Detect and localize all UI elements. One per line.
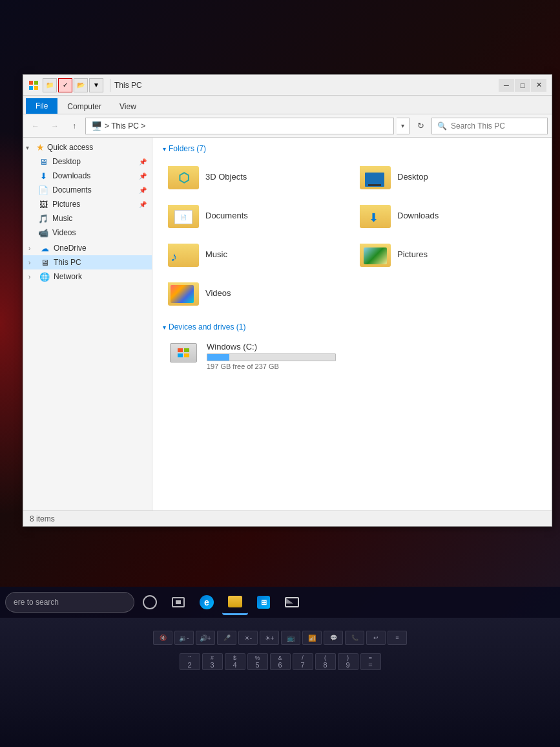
- taskbar: ere to search e ⊞: [0, 587, 560, 618]
- folder-videos[interactable]: Videos: [163, 276, 349, 310]
- folder-pictures[interactable]: Pictures: [355, 237, 541, 271]
- sidebar-item-onedrive[interactable]: › ☁ OneDrive: [23, 241, 152, 255]
- key-mic[interactable]: 🎤: [217, 631, 236, 645]
- forward-button[interactable]: →: [47, 118, 63, 134]
- key-2[interactable]: "2: [180, 653, 200, 670]
- sidebar-label-pictures: Pictures: [52, 200, 80, 209]
- sidebar-label-documents: Documents: [52, 185, 92, 195]
- folder-music-icon: ♪: [168, 241, 199, 267]
- maximize-button[interactable]: □: [515, 79, 530, 92]
- pin-icon-pictures: 📌: [139, 201, 147, 208]
- folders-header-text: Folders (7): [169, 144, 206, 153]
- tab-view[interactable]: View: [111, 99, 145, 114]
- drive-c-name: Windows (C:): [207, 342, 536, 352]
- taskbar-store-button[interactable]: ⊞: [251, 589, 276, 615]
- properties-button[interactable]: 📁: [43, 78, 57, 92]
- sidebar-item-documents[interactable]: 📄 Documents 📌: [23, 183, 152, 197]
- taskbar-mail-button[interactable]: [279, 589, 305, 615]
- search-input[interactable]: [451, 121, 548, 131]
- close-button[interactable]: ✕: [531, 79, 546, 92]
- key-brightness-down[interactable]: ☀-: [238, 631, 258, 645]
- key-menu[interactable]: ≡: [388, 631, 407, 645]
- key-brightness-up[interactable]: ☀+: [260, 631, 279, 645]
- sidebar-item-this-pc[interactable]: › 🖥 This PC: [23, 255, 152, 269]
- key-vol-up[interactable]: 🔊+: [196, 631, 215, 645]
- folder-desktop-label: Desktop: [397, 172, 428, 182]
- tab-computer[interactable]: Computer: [59, 99, 110, 114]
- taskbar-search-text: ere to search: [14, 598, 59, 607]
- refresh-button[interactable]: ↻: [412, 118, 429, 134]
- taskbar-task-view-button[interactable]: [165, 589, 191, 615]
- key-rf[interactable]: 📶: [302, 631, 322, 645]
- drive-c-info: Windows (C:) 197 GB free of 237 GB: [207, 342, 536, 370]
- minimize-button[interactable]: ─: [499, 79, 514, 92]
- key-mute[interactable]: 🔇: [153, 631, 172, 645]
- quick-access-toolbar: 📁 ✓ 📂 ▼: [43, 78, 103, 92]
- key-back[interactable]: ↩: [366, 631, 386, 645]
- folder-3d-label: 3D Objects: [205, 172, 247, 182]
- sidebar-item-quick-access[interactable]: ▾ ★ Quick access: [23, 140, 152, 154]
- window-title: This PC: [114, 81, 499, 90]
- sidebar-item-music[interactable]: 🎵 Music: [23, 211, 152, 226]
- drive-c-space: 197 GB free of 237 GB: [207, 363, 536, 370]
- sidebar-item-desktop[interactable]: 🖥 Desktop 📌: [23, 154, 152, 169]
- taskbar-search[interactable]: ere to search: [5, 592, 134, 613]
- new-folder-button[interactable]: 📂: [74, 78, 88, 92]
- sidebar-item-videos[interactable]: 📹 Videos: [23, 226, 152, 240]
- key-phone[interactable]: 📞: [345, 631, 364, 645]
- folder-downloads[interactable]: ⬇ Downloads: [355, 198, 541, 232]
- drive-c[interactable]: Windows (C:) 197 GB free of 237 GB: [163, 338, 541, 374]
- key-4[interactable]: $4: [225, 653, 245, 670]
- key-chat[interactable]: 💬: [324, 631, 343, 645]
- back-button[interactable]: ←: [27, 118, 44, 134]
- item-count: 8 items: [30, 514, 55, 523]
- key-6[interactable]: &6: [270, 653, 291, 670]
- key-9[interactable]: )9: [338, 653, 358, 670]
- downloads-icon: ⬇: [37, 171, 49, 181]
- folders-section-header[interactable]: ▾ Folders (7): [163, 144, 541, 153]
- undo-button[interactable]: ✓: [58, 78, 72, 92]
- taskbar-search-button[interactable]: [137, 589, 163, 615]
- laptop-keyboard-area: 🔇 🔉- 🔊+ 🎤 ☀- ☀+ 📺 📶 💬 📞 ↩ ≡ "2 #3 $4 %5 …: [0, 618, 560, 747]
- svg-rect-0: [29, 81, 33, 85]
- title-bar: 📁 ✓ 📂 ▼ This PC ─ □ ✕: [23, 75, 552, 96]
- folder-desktop[interactable]: Desktop: [355, 160, 541, 193]
- path-dropdown[interactable]: ▾: [397, 118, 410, 134]
- separator: [110, 79, 110, 92]
- folder-documents[interactable]: 📄 Documents: [163, 198, 349, 232]
- network-icon: 🌐: [39, 271, 50, 282]
- folder-pictures-icon: [360, 241, 391, 267]
- ribbon-tabs: File Computer View: [23, 96, 552, 114]
- sidebar-item-network[interactable]: › 🌐 Network: [23, 269, 152, 284]
- mail-icon: [285, 597, 299, 607]
- star-icon: ★: [36, 142, 45, 153]
- sidebar-item-downloads[interactable]: ⬇ Downloads 📌: [23, 169, 152, 183]
- folder-downloads-icon: ⬇: [360, 202, 391, 228]
- tab-file[interactable]: File: [26, 98, 57, 114]
- key-3[interactable]: #3: [202, 653, 223, 670]
- key-vol-down[interactable]: 🔉-: [174, 631, 194, 645]
- up-button[interactable]: ↑: [66, 118, 83, 134]
- onedrive-label: OneDrive: [54, 244, 87, 253]
- search-box[interactable]: 🔍: [431, 118, 548, 134]
- key-8[interactable]: (8: [315, 653, 336, 670]
- key-display[interactable]: 📺: [281, 631, 300, 645]
- sidebar: ▾ ★ Quick access 🖥 Desktop 📌 ⬇ Downloads…: [23, 138, 152, 510]
- address-path[interactable]: 🖥️ > This PC >: [85, 118, 394, 134]
- folder-music-label: Music: [205, 249, 227, 259]
- customize-button[interactable]: ▼: [89, 78, 103, 92]
- taskbar-explorer-button[interactable]: [222, 589, 248, 615]
- devices-section-header[interactable]: ▾ Devices and drives (1): [163, 322, 541, 331]
- key-eq[interactable]: ==: [360, 653, 381, 670]
- taskbar-edge-button[interactable]: e: [194, 589, 220, 615]
- sidebar-item-pictures[interactable]: 🖼 Pictures 📌: [23, 197, 152, 211]
- key-5[interactable]: %5: [247, 653, 268, 670]
- svg-rect-3: [34, 86, 38, 90]
- sidebar-label-downloads: Downloads: [52, 171, 90, 180]
- key-7[interactable]: /7: [293, 653, 313, 670]
- address-bar: ← → ↑ 🖥️ > This PC > ▾ ↻ 🔍: [23, 114, 552, 138]
- window-controls: ─ □ ✕: [499, 79, 546, 92]
- store-icon: ⊞: [257, 596, 270, 609]
- folder-3d-objects[interactable]: ⬡ 3D Objects: [163, 160, 349, 193]
- folder-music[interactable]: ♪ Music: [163, 237, 349, 271]
